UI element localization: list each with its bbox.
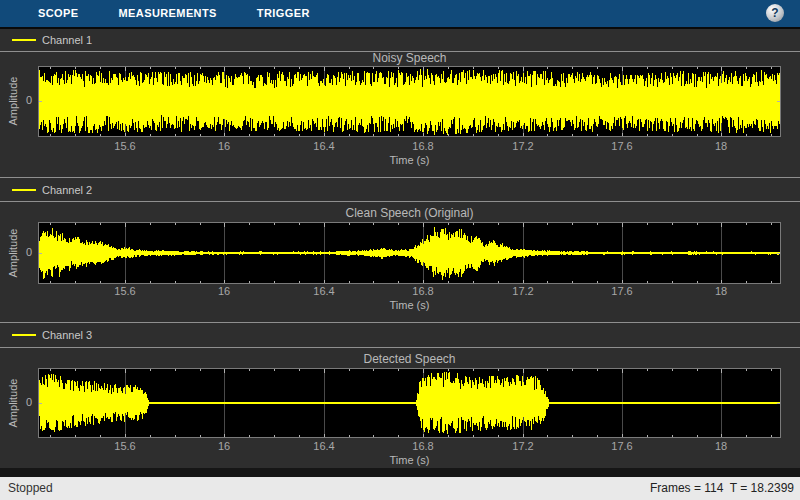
plot-title: Noisy Speech <box>38 51 781 65</box>
x-tick-label: 16 <box>199 285 249 297</box>
y-tick-label: 0 <box>12 246 32 258</box>
x-tick-label: 17.2 <box>498 140 548 152</box>
separator-line <box>0 201 800 202</box>
x-tick-label: 18 <box>696 140 746 152</box>
x-tick-label: 16.4 <box>299 140 349 152</box>
time-scope-window: SCOPE MEASUREMENTS TRIGGER ? Channel 1 N… <box>0 0 800 500</box>
x-tick-label: 17.2 <box>498 440 548 452</box>
x-tick-label: 17.2 <box>498 285 548 297</box>
x-tick-labels: 15.61616.416.817.217.618 <box>38 140 781 154</box>
x-tick-label: 16.8 <box>398 440 448 452</box>
help-icon[interactable]: ? <box>766 4 784 22</box>
separator-line <box>0 322 800 323</box>
legend-item-channel-3[interactable]: Channel 3 <box>0 325 92 345</box>
x-axis-label: Time (s) <box>38 154 781 166</box>
separator-line <box>0 177 800 178</box>
x-tick-label: 16 <box>199 140 249 152</box>
status-divider <box>0 468 800 477</box>
legend-line-sample <box>12 189 36 191</box>
tab-trigger[interactable]: TRIGGER <box>237 0 330 27</box>
x-tick-labels: 15.61616.416.817.217.618 <box>38 440 781 454</box>
tab-scope[interactable]: SCOPE <box>18 0 99 27</box>
status-text: Stopped <box>8 477 53 500</box>
legend-line-sample <box>12 39 36 41</box>
frames-counter: Frames = 114 T = 18.2399 <box>650 477 794 500</box>
x-tick-label: 17.6 <box>597 440 647 452</box>
x-tick-labels: 15.61616.416.817.217.618 <box>38 285 781 299</box>
toolstrip: SCOPE MEASUREMENTS TRIGGER ? <box>0 0 800 27</box>
x-tick-label: 16.8 <box>398 285 448 297</box>
detected-speech-plot[interactable] <box>38 368 781 438</box>
x-tick-label: 18 <box>696 440 746 452</box>
x-tick-label: 17.6 <box>597 140 647 152</box>
x-tick-label: 16.4 <box>299 440 349 452</box>
x-tick-label: 17.6 <box>597 285 647 297</box>
x-tick-label: 16.4 <box>299 285 349 297</box>
y-tick-label: 0 <box>12 396 32 408</box>
x-axis-label: Time (s) <box>38 454 781 466</box>
y-tick-label: 0 <box>12 94 32 106</box>
toolbar-divider <box>0 27 800 29</box>
clean-speech-plot[interactable] <box>38 222 781 284</box>
x-tick-label: 16 <box>199 440 249 452</box>
x-tick-label: 15.6 <box>100 440 150 452</box>
status-bar: Stopped Frames = 114 T = 18.2399 <box>0 477 800 500</box>
legend-label: Channel 3 <box>42 329 92 341</box>
x-axis-label: Time (s) <box>38 299 781 311</box>
noisy-speech-plot[interactable] <box>38 66 781 137</box>
legend-item-channel-1[interactable]: Channel 1 <box>0 30 92 50</box>
legend-label: Channel 2 <box>42 184 92 196</box>
legend-line-sample <box>12 334 36 336</box>
x-tick-label: 15.6 <box>100 285 150 297</box>
x-tick-label: 18 <box>696 285 746 297</box>
separator-line <box>0 347 800 348</box>
legend-item-channel-2[interactable]: Channel 2 <box>0 180 92 200</box>
plot-title: Clean Speech (Original) <box>38 206 781 220</box>
x-tick-label: 16.8 <box>398 140 448 152</box>
plot-title: Detected Speech <box>38 352 781 366</box>
legend-label: Channel 1 <box>42 34 92 46</box>
x-tick-label: 15.6 <box>100 140 150 152</box>
tab-measurements[interactable]: MEASUREMENTS <box>99 0 237 27</box>
